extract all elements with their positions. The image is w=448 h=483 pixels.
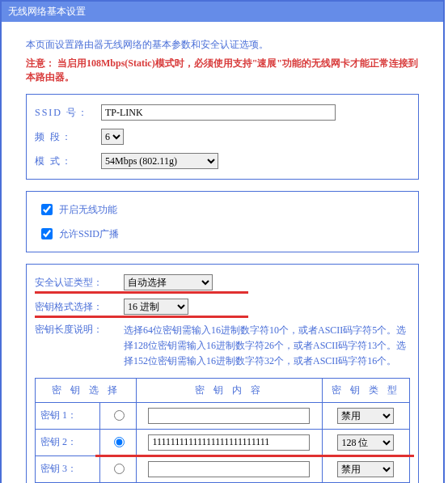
key-format-label: 密钥格式选择： xyxy=(35,300,124,314)
table-row: 密钥 3： 禁用 xyxy=(36,455,410,482)
ssid-label: SSID 号： xyxy=(35,106,101,120)
key-format-row: 密钥格式选择： 16 进制 xyxy=(35,299,410,315)
intro-text: 本页面设置路由器无线网络的基本参数和安全认证选项。 xyxy=(26,38,419,52)
col-select-header: 密 钥 选 择 xyxy=(36,378,137,402)
key3-radio[interactable] xyxy=(114,464,125,474)
ssid-input[interactable] xyxy=(101,104,336,121)
enable-broadcast-checkbox[interactable] xyxy=(41,228,53,239)
key-length-row: 密钥长度说明： 选择64位密钥需输入16进制数字符10个，或者ASCII码字符5… xyxy=(35,323,410,370)
enable-broadcast-row: 允许SSID广播 xyxy=(38,226,410,242)
key3-label: 密钥 3： xyxy=(36,455,100,482)
key-table-header: 密 钥 选 择 密 钥 内 容 密 钥 类 型 xyxy=(36,378,410,402)
ssid-row: SSID 号： xyxy=(35,104,410,121)
title-bar: 无线网络基本设置 xyxy=(2,2,443,22)
key2-input[interactable] xyxy=(148,434,310,451)
enable-broadcast-label: 允许SSID广播 xyxy=(59,227,119,241)
col-content-header: 密 钥 内 容 xyxy=(137,378,323,402)
mode-row: 模 式： 54Mbps (802.11g) xyxy=(35,153,410,169)
auth-type-row: 安全认证类型： 自动选择 xyxy=(35,274,410,290)
enable-wireless-checkbox[interactable] xyxy=(41,204,53,215)
notice-label: 注意： xyxy=(26,57,55,69)
key1-input[interactable] xyxy=(148,408,310,424)
key3-type-select[interactable]: 禁用 xyxy=(337,461,394,477)
enable-wireless-row: 开启无线功能 xyxy=(38,201,410,218)
mode-label: 模 式： xyxy=(35,155,101,168)
key-length-label: 密钥长度说明： xyxy=(35,323,124,337)
key2-radio[interactable] xyxy=(114,437,125,447)
window-title: 无线网络基本设置 xyxy=(8,6,86,17)
key-table: 密 钥 选 择 密 钥 内 容 密 钥 类 型 密钥 1： 禁用 密钥 2： 1… xyxy=(35,378,410,483)
auth-type-label: 安全认证类型： xyxy=(35,276,124,290)
key1-type-select[interactable]: 禁用 xyxy=(337,408,394,424)
table-row: 密钥 1： 禁用 xyxy=(36,402,410,429)
key-format-select[interactable]: 16 进制 xyxy=(124,299,188,315)
switch-fieldset: 开启无线功能 允许SSID广播 xyxy=(26,191,419,252)
key1-label: 密钥 1： xyxy=(36,402,100,429)
enable-wireless-label: 开启无线功能 xyxy=(59,203,117,217)
col-type-header: 密 钥 类 型 xyxy=(322,378,409,402)
content-area: 本页面设置路由器无线网络的基本参数和安全认证选项。 注意： 当启用108Mbps… xyxy=(2,22,443,483)
key2-type-select[interactable]: 128 位 xyxy=(337,434,394,451)
key2-label: 密钥 2： xyxy=(36,429,100,455)
key-length-desc: 选择64位密钥需输入16进制数字符10个，或者ASCII码字符5个。选择128位… xyxy=(124,323,410,370)
key3-input[interactable] xyxy=(148,461,310,477)
auth-type-select[interactable]: 自动选择 xyxy=(124,274,213,290)
channel-label: 频 段： xyxy=(35,130,101,144)
table-row: 密钥 2： 128 位 xyxy=(36,429,410,455)
notice-block: 注意： 当启用108Mbps(Static)模式时，必须使用支持"速展"功能的无… xyxy=(26,57,419,84)
channel-select[interactable]: 6 xyxy=(101,129,124,145)
channel-row: 频 段： 6 xyxy=(35,129,410,145)
wireless-settings-window: 无线网络基本设置 本页面设置路由器无线网络的基本参数和安全认证选项。 注意： 当… xyxy=(0,0,445,483)
key1-radio[interactable] xyxy=(114,410,125,421)
basic-fieldset: SSID 号： 频 段： 6 模 式： 54Mbps (802.11g) xyxy=(26,94,419,180)
notice-text: 当启用108Mbps(Static)模式时，必须使用支持"速展"功能的无线网卡才… xyxy=(26,57,418,83)
mode-select[interactable]: 54Mbps (802.11g) xyxy=(101,153,218,169)
security-fieldset: 安全认证类型： 自动选择 密钥格式选择： 16 进制 密钥长度说明： 选择64位… xyxy=(26,264,419,483)
